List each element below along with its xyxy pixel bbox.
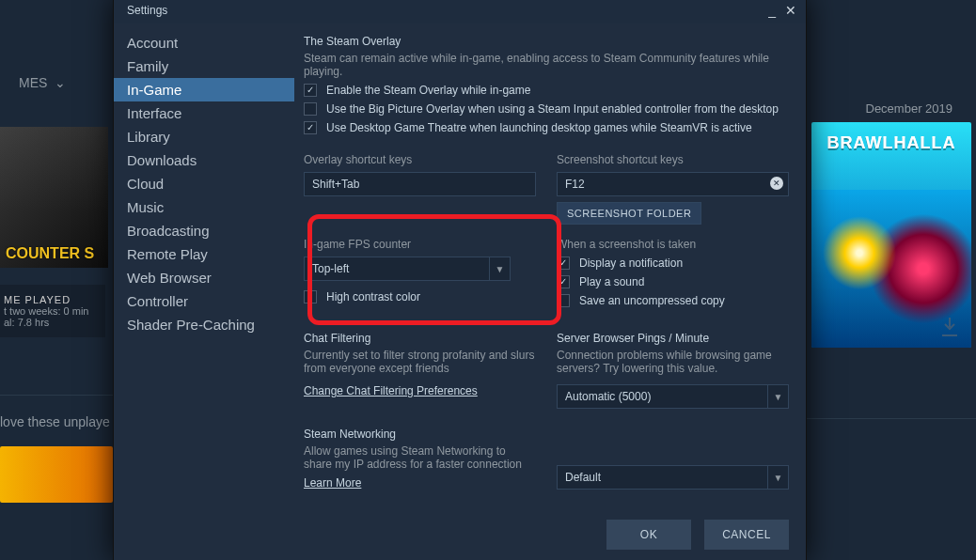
chevron-down-icon: ⌄ (55, 75, 66, 90)
dialog-footer: OK CANCEL (114, 508, 806, 560)
checkbox-label: Use the Big Picture Overlay when using a… (326, 102, 779, 116)
play-stats-line: al: 7.8 hrs (4, 317, 96, 328)
game-tile-label: COUNTER S (0, 240, 100, 268)
cancel-button[interactable]: CANCEL (704, 520, 789, 550)
chat-filtering-link[interactable]: Change Chat Filtering Preferences (304, 384, 478, 397)
overlay-keys-input[interactable] (304, 172, 536, 196)
checkbox-uncompressed-copy[interactable] (557, 294, 570, 307)
sidebar-item-music[interactable]: Music (114, 195, 294, 219)
checkbox-high-contrast[interactable] (304, 290, 317, 303)
release-date: December 2019 (866, 101, 953, 116)
sidebar-item-controller[interactable]: Controller (114, 289, 294, 313)
download-icon[interactable] (937, 313, 962, 341)
checkbox-enable-overlay[interactable] (304, 84, 317, 97)
play-stats-line: t two weeks: 0 min (4, 305, 96, 317)
chat-filtering-title: Chat Filtering (304, 332, 536, 345)
checkbox-label: Enable the Steam Overlay while in-game (326, 84, 530, 97)
checkbox-label: Display a notification (579, 257, 683, 270)
checkbox-label: Play a sound (579, 275, 644, 288)
screenshot-taken-label: When a screenshot is taken (557, 238, 789, 251)
screenshot-folder-button[interactable]: SCREENSHOT FOLDER (557, 202, 701, 225)
sidebar-item-account[interactable]: Account (114, 31, 294, 54)
checkbox-play-sound[interactable] (557, 275, 570, 288)
window-title: Settings (127, 4, 167, 17)
titlebar: Settings _ ✕ (114, 0, 806, 23)
play-stats: ME PLAYED t two weeks: 0 min al: 7.8 hrs (0, 285, 105, 337)
sidebar-item-web-browser[interactable]: Web Browser (114, 266, 294, 289)
steam-networking-title: Steam Networking (304, 428, 536, 441)
sidebar-item-in-game[interactable]: In-Game (114, 78, 294, 101)
checkbox-label: Use Desktop Game Theatre when launching … (326, 121, 752, 134)
checkbox-label: High contrast color (326, 290, 420, 303)
chat-filtering-desc: Currently set to filter strong profanity… (304, 349, 536, 375)
settings-sidebar: Account Family In-Game Interface Library… (114, 23, 294, 508)
checkbox-desktop-game-theatre[interactable] (304, 121, 317, 134)
sidebar-item-remote-play[interactable]: Remote Play (114, 242, 294, 266)
overlay-keys-label: Overlay shortcut keys (304, 153, 536, 166)
nav-mes: MES ⌄ (0, 75, 66, 90)
chevron-down-icon: ▼ (489, 257, 510, 280)
overlay-title: The Steam Overlay (304, 35, 789, 48)
learn-more-link[interactable]: Learn More (304, 476, 361, 490)
checkbox-big-picture-overlay[interactable] (304, 102, 317, 116)
fps-counter-label: In-game FPS counter (304, 238, 536, 251)
overlay-desc: Steam can remain active while in-game, e… (304, 52, 789, 78)
server-pings-value: Automatic (5000) (565, 390, 651, 403)
close-button[interactable]: ✕ (785, 3, 796, 18)
game-tile-label: BRAWLHALLA (827, 133, 956, 153)
clear-icon[interactable]: ✕ (770, 177, 783, 190)
settings-content: The Steam Overlay Steam can remain activ… (294, 23, 806, 508)
checkbox-label: Save an uncompressed copy (579, 294, 725, 307)
sidebar-item-broadcasting[interactable]: Broadcasting (114, 219, 294, 242)
steam-networking-select[interactable]: Default ▼ (557, 465, 789, 490)
settings-window: Settings _ ✕ Account Family In-Game Inte… (113, 0, 807, 560)
sidebar-item-downloads[interactable]: Downloads (114, 148, 294, 172)
chevron-down-icon: ▼ (767, 466, 788, 489)
sidebar-item-library[interactable]: Library (114, 125, 294, 148)
game-thumb[interactable] (0, 446, 113, 503)
sidebar-item-cloud[interactable]: Cloud (114, 172, 294, 195)
chevron-down-icon: ▼ (767, 385, 788, 408)
steam-networking-desc: Allow games using Steam Networking to sh… (304, 444, 536, 471)
game-tile-csgo[interactable]: COUNTER S (0, 127, 108, 268)
server-pings-desc: Connection problems while browsing game … (557, 349, 789, 375)
minimize-button[interactable]: _ (768, 3, 776, 18)
server-pings-title: Server Browser Pings / Minute (557, 332, 789, 345)
steam-networking-value: Default (565, 471, 601, 484)
server-pings-select[interactable]: Automatic (5000) ▼ (557, 384, 789, 409)
ok-button[interactable]: OK (606, 520, 691, 550)
fps-counter-value: Top-left (312, 262, 349, 275)
fps-counter-select[interactable]: Top-left ▼ (304, 257, 511, 281)
play-stats-head: ME PLAYED (4, 294, 96, 305)
play-next-text: love these unplaye (0, 395, 122, 429)
screenshot-keys-label: Screenshot shortcut keys (557, 153, 789, 166)
sidebar-item-interface[interactable]: Interface (114, 101, 294, 125)
checkbox-display-notification[interactable] (557, 257, 570, 270)
screenshot-keys-input[interactable] (557, 172, 789, 196)
sidebar-item-shader-pre-caching[interactable]: Shader Pre-Caching (114, 313, 294, 336)
sidebar-item-family[interactable]: Family (114, 54, 294, 78)
